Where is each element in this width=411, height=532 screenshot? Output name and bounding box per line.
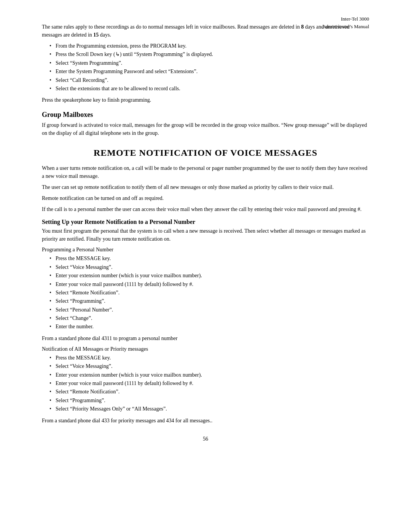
list-item: From the Programming extension, press th…: [49, 42, 369, 50]
list-item: Press the Scroll Down key (↳) until “Sys…: [49, 50, 369, 59]
speakerphone-note: Press the speakerphone key to finish pro…: [42, 96, 369, 104]
list-item: Enter the number.: [49, 323, 369, 331]
list-item: Select “Programming”.: [49, 297, 369, 305]
list-item: Select “Voice Messaging”.: [49, 263, 369, 272]
list-item: Select “Personal Number”.: [49, 306, 369, 314]
list-item: Select “Remote Notification”.: [49, 289, 369, 297]
list-item: Select “Programming”.: [49, 396, 369, 405]
remote-para4: If the call is to a personal number the …: [42, 205, 369, 213]
list-item: Select “System Programming”.: [49, 59, 369, 67]
personal-number-note: From a standard phone dial 4311 to progr…: [42, 334, 369, 342]
list-item: Select “Call Recording”.: [49, 76, 369, 85]
list-item: Enter your voice mail password (1111 by …: [49, 280, 369, 289]
list-item: Enter the System Programming Password an…: [49, 67, 369, 76]
remote-para1: When a user turns remote notification on…: [42, 164, 369, 180]
setting-up-body: You must first program the personal that…: [42, 227, 369, 243]
intro-bold2: 15: [93, 32, 99, 38]
notification-subtitle: Notification of All Messages or Priority…: [42, 346, 369, 352]
notification-note: From a standard phone dial 433 for prior…: [42, 417, 369, 425]
list-item: Enter your extension number (which is yo…: [49, 371, 369, 379]
remote-para3: Remote notification can be turned on and…: [42, 194, 369, 202]
group-mailboxes-body: If group forward is activated to voice m…: [42, 121, 369, 137]
group-mailboxes-title: Group Mailboxes: [42, 111, 369, 119]
header-line2: Administrator's Manual: [322, 23, 369, 30]
page-number: 56: [42, 436, 369, 442]
intro-text-part1: The same rules apply to these recordings…: [42, 24, 301, 30]
page: Inter-Tel 3000 Administrator's Manual Th…: [0, 0, 411, 532]
setting-up-title: Setting Up your Remote Notification to a…: [42, 219, 369, 225]
personal-number-bullets: Press the MESSAGE key. Select “Voice Mes…: [49, 254, 369, 331]
intro-paragraph: The same rules apply to these recordings…: [42, 23, 369, 39]
notification-bullets: Press the MESSAGE key. Select “Voice Mes…: [49, 354, 369, 414]
intro-text-part3: days.: [99, 32, 111, 38]
list-item: Select “Change”.: [49, 314, 369, 323]
list-item: Press the MESSAGE key.: [49, 354, 369, 362]
personal-number-subtitle: Programming a Personal Number: [42, 247, 369, 253]
list-item: Select “Priority Messages Only” or “All …: [49, 405, 369, 413]
list-item: Select “Remote Notification”.: [49, 388, 369, 396]
intro-bullet-list: From the Programming extension, press th…: [49, 42, 369, 93]
remote-section-title: REMOTE NOTIFICATION OF VOICE MESSAGES: [42, 148, 369, 158]
page-header: Inter-Tel 3000 Administrator's Manual: [322, 15, 369, 30]
list-item: Select “Voice Messaging”.: [49, 362, 369, 371]
list-item: Press the MESSAGE key.: [49, 254, 369, 263]
remote-para2: The user can set up remote notification …: [42, 183, 369, 191]
list-item: Enter your extension number (which is yo…: [49, 272, 369, 280]
list-item: Select the extensions that are to be all…: [49, 85, 369, 93]
header-line1: Inter-Tel 3000: [322, 15, 369, 23]
list-item: Enter your voice mail password (1111 by …: [49, 379, 369, 388]
